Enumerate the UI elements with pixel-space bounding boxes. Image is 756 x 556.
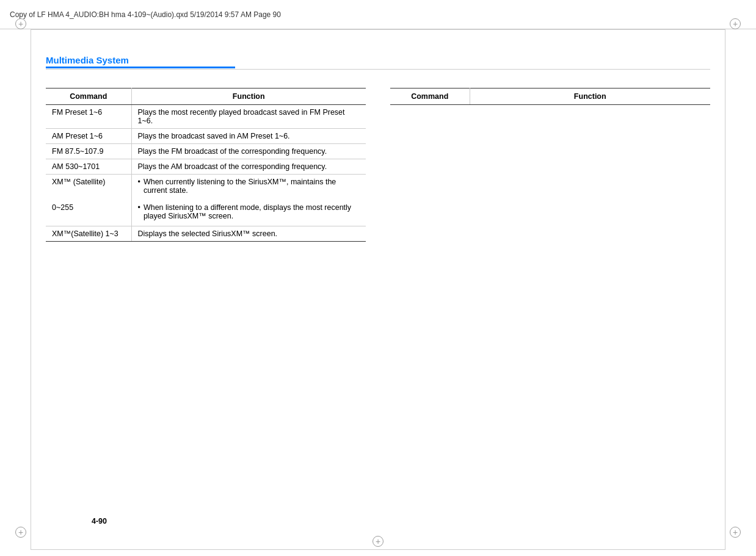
reg-mark-bottom-left: [15, 527, 26, 538]
function-cell: Plays the broadcast saved in AM Preset 1…: [131, 129, 366, 144]
header-text: Copy of LF HMA 4_AUDIO:BH hma 4-109~(Aud…: [10, 10, 281, 19]
left-table-header-row: Command Function: [46, 88, 366, 105]
title-underline: [46, 67, 235, 68]
command-cell: AM Preset 1~6: [46, 129, 131, 144]
table-row: 0~255•When listening to a different mode…: [46, 200, 366, 226]
left-table-column: Command Function FM Preset 1~6Plays the …: [46, 88, 366, 242]
right-table-column: Command Function: [390, 88, 710, 242]
left-col2-header: Function: [131, 88, 366, 105]
right-col1-header: Command: [390, 88, 470, 105]
table-row: AM 530~1701Plays the AM broadcast of the…: [46, 159, 366, 175]
page-number: 4-90: [92, 517, 107, 525]
command-cell: XM™ (Satellite): [46, 175, 131, 201]
title-line: [46, 69, 710, 70]
function-cell: Plays the FM broadcast of the correspond…: [131, 144, 366, 159]
left-table: Command Function FM Preset 1~6Plays the …: [46, 88, 366, 242]
page-title: Multimedia System: [46, 55, 129, 65]
table-row: AM Preset 1~6Plays the broadcast saved i…: [46, 129, 366, 144]
reg-mark-top-right: [730, 18, 741, 29]
command-cell: AM 530~1701: [46, 159, 131, 175]
right-table-header-row: Command Function: [390, 88, 710, 105]
function-cell: Displays the selected SiriusXM™ screen.: [131, 226, 366, 242]
table-row: XM™ (Satellite)•When currently listening…: [46, 175, 366, 201]
function-cell: Plays the AM broadcast of the correspond…: [131, 159, 366, 175]
function-cell: Plays the most recently played broadcast…: [131, 105, 366, 129]
table-row: FM Preset 1~6Plays the most recently pla…: [46, 105, 366, 129]
table-row: XM™(Satellite) 1~3Displays the selected …: [46, 226, 366, 242]
right-col2-header: Function: [470, 88, 710, 105]
right-table: Command Function: [390, 88, 710, 105]
command-cell: 0~255: [46, 200, 131, 226]
content-area: Multimedia System Command Function FM Pr…: [46, 40, 710, 538]
command-cell: XM™(Satellite) 1~3: [46, 226, 131, 242]
function-cell: •When listening to a different mode, dis…: [131, 200, 366, 226]
reg-mark-bottom-right: [730, 527, 741, 538]
reg-mark-top-left: [15, 18, 26, 29]
left-col1-header: Command: [46, 88, 131, 105]
header-strip: Copy of LF HMA 4_AUDIO:BH hma 4-109~(Aud…: [0, 0, 756, 29]
command-cell: FM Preset 1~6: [46, 105, 131, 129]
table-row: FM 87.5~107.9Plays the FM broadcast of t…: [46, 144, 366, 159]
command-cell: FM 87.5~107.9: [46, 144, 131, 159]
function-cell: •When currently listening to the SiriusX…: [131, 175, 366, 201]
tables-container: Command Function FM Preset 1~6Plays the …: [46, 88, 710, 242]
title-section: Multimedia System: [46, 55, 710, 70]
